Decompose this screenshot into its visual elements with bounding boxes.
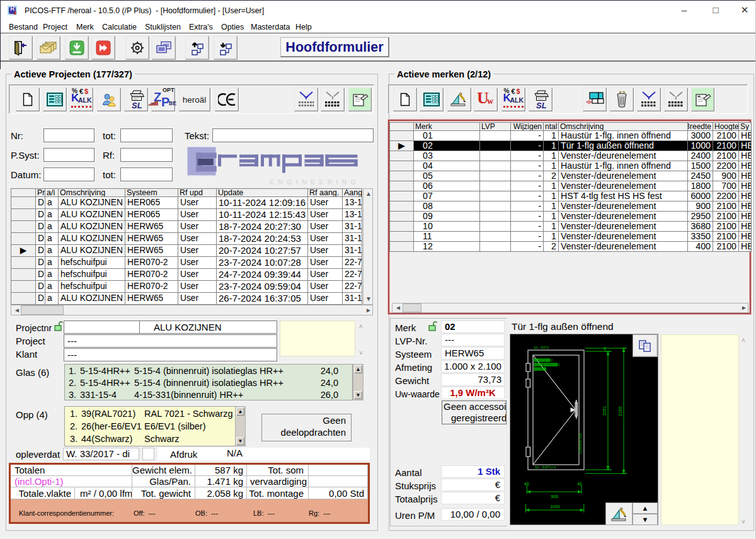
svg-text:908: 908 xyxy=(551,494,558,499)
svg-text:45: 45 xyxy=(603,347,607,351)
svg-text:46: 46 xyxy=(577,482,582,486)
svg-text:SL: SL xyxy=(536,101,547,110)
svg-text:2100: 2100 xyxy=(618,406,622,416)
svg-text:S290909-008: S290909-008 xyxy=(578,433,582,454)
svg-text:S0 - 83T3: S0 - 83T3 xyxy=(534,346,549,349)
svg-text:S0 - 836TU-A: S0 - 836TU-A xyxy=(535,465,556,469)
svg-text:1000: 1000 xyxy=(550,504,560,509)
svg-text:46: 46 xyxy=(524,482,529,486)
svg-text:2051: 2051 xyxy=(602,406,607,416)
svg-text:SL: SL xyxy=(132,101,142,110)
svg-text:ENGINEERING: ENGINEERING xyxy=(270,178,360,185)
